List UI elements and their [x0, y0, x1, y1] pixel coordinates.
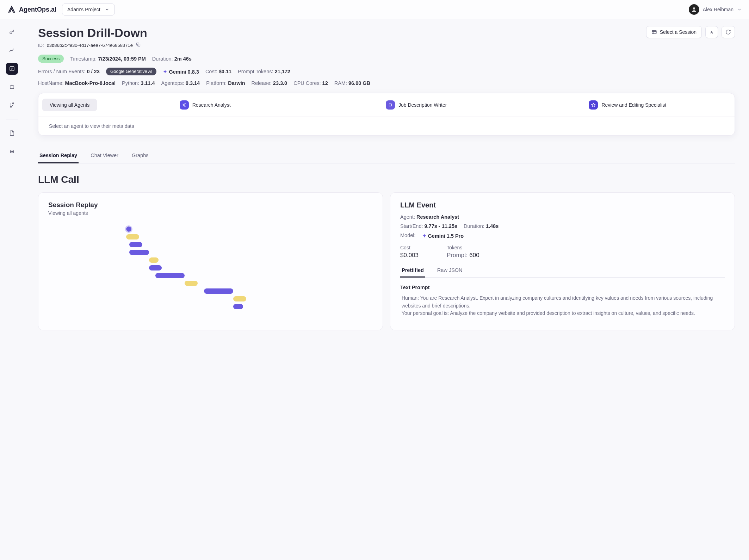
prompt-heading: Text Prompt — [400, 285, 725, 290]
agentops-value: 0.3.14 — [186, 80, 200, 86]
sidebar-key-icon[interactable] — [6, 26, 18, 38]
svg-rect-3 — [10, 86, 14, 88]
user-name: Alex Reibman — [703, 7, 733, 12]
agent-tab-writer[interactable]: Job Description Writer — [313, 97, 520, 113]
gantt-bar[interactable] — [126, 234, 139, 239]
errors-value: 0 / 23 — [87, 69, 100, 74]
copy-icon[interactable] — [136, 42, 141, 48]
sidebar — [0, 19, 24, 344]
sparkle-icon: ✦ — [422, 233, 427, 239]
agent-icon — [386, 100, 395, 110]
main-content: Session Drill-Down ID: d3b86b2c-f930-4d1… — [24, 19, 749, 344]
collapse-button[interactable] — [705, 26, 718, 38]
release-label: Release: — [252, 80, 272, 86]
tab-graphs[interactable]: Graphs — [130, 150, 150, 163]
gantt-bar[interactable] — [129, 250, 149, 255]
errors-label: Errors / Num Events: — [38, 69, 86, 74]
brand-text: AgentOps.ai — [19, 6, 56, 13]
svg-rect-2 — [10, 67, 14, 71]
agent-hint: Select an agent to view their meta data — [38, 117, 735, 135]
python-label: Python: — [122, 80, 139, 86]
agent-icon — [180, 100, 189, 110]
event-model: Gemini 1.5 Pro — [428, 233, 464, 239]
gantt-bar[interactable] — [155, 273, 185, 278]
python-value: 3.11.4 — [141, 80, 155, 86]
brand-logo[interactable]: AgentOps.ai — [7, 5, 56, 14]
project-selector-label: Adam's Project — [67, 7, 100, 12]
agent-icon — [589, 100, 598, 110]
event-tab-prettified[interactable]: Prettified — [400, 265, 425, 278]
prompt-line-1: Human: You are Research Analyst. Expert … — [402, 295, 713, 309]
tab-chat-viewer[interactable]: Chat Viewer — [89, 150, 120, 163]
chevron-down-icon — [737, 7, 742, 12]
select-session-label: Select a Session — [660, 29, 697, 35]
table-icon — [651, 29, 657, 35]
agent-tab-label: Review and Editing Specialist — [601, 102, 666, 108]
gantt-bar[interactable] — [233, 304, 243, 309]
status-badge: Success — [38, 55, 64, 63]
sidebar-branch-icon[interactable] — [6, 99, 18, 111]
sidebar-sessions-icon[interactable] — [6, 63, 18, 75]
select-session-button[interactable]: Select a Session — [646, 26, 702, 38]
sidebar-discord-icon[interactable] — [6, 145, 18, 157]
agent-tab-all[interactable]: Viewing all Agents — [42, 99, 97, 111]
cost-value: $0.11 — [219, 69, 231, 74]
event-prompt-tokens: 600 — [469, 252, 479, 259]
gantt-bar[interactable] — [126, 226, 131, 232]
content-tabs: Session Replay Chat Viewer Graphs — [38, 150, 735, 163]
brand-icon — [7, 5, 16, 14]
platform-value: Darwin — [228, 80, 245, 86]
svg-point-4 — [11, 106, 12, 107]
sidebar-docs-icon[interactable] — [6, 127, 18, 139]
sidebar-agents-icon[interactable] — [6, 81, 18, 93]
gantt-bar[interactable] — [233, 296, 246, 301]
sidebar-chart-icon[interactable] — [6, 44, 18, 56]
duration-label: Duration: — [152, 56, 173, 62]
user-menu[interactable]: Alex Reibman — [689, 4, 742, 15]
sparkle-icon: ✦ — [163, 69, 167, 75]
prompt-body: Human: You are Research Analyst. Expert … — [400, 294, 725, 317]
project-selector[interactable]: Adam's Project — [62, 4, 115, 15]
svg-point-7 — [13, 151, 13, 152]
agent-tab-label: Research Analyst — [192, 102, 231, 108]
tab-session-replay[interactable]: Session Replay — [38, 150, 79, 163]
event-startend-label: Start/End: — [400, 223, 423, 229]
gantt-bar[interactable] — [204, 288, 233, 294]
gantt-bar[interactable] — [129, 242, 142, 247]
ram-label: RAM: — [334, 80, 347, 86]
gantt-bar[interactable] — [149, 257, 159, 263]
cpu-label: CPU Cores: — [293, 80, 321, 86]
event-cost: $0.003 — [400, 252, 419, 259]
prompt-tokens-value: 21,172 — [275, 69, 290, 74]
gantt-chart[interactable] — [48, 223, 373, 322]
event-startend: 9.77s - 11.25s — [425, 223, 458, 229]
model-badge: Gemini 0.8.3 — [169, 69, 199, 75]
event-title: LLM Event — [400, 201, 725, 209]
replay-sub: Viewing all agents — [48, 210, 373, 216]
event-prompt-tokens-label: Prompt: — [447, 252, 468, 259]
ram-value: 96.00 GB — [348, 80, 370, 86]
platform-label: Platform: — [206, 80, 227, 86]
agent-panel: Viewing all Agents Research Analyst Job … — [38, 93, 735, 136]
timestamp-label: Timestamp: — [70, 56, 97, 62]
event-tokens-label: Tokens — [447, 245, 479, 250]
event-agent: Research Analyst — [416, 214, 459, 220]
sidebar-divider — [6, 119, 18, 119]
provider-pill: Google Generative AI — [106, 68, 157, 75]
event-tab-raw[interactable]: Raw JSON — [436, 265, 464, 277]
prompt-tokens-label: Prompt Tokens: — [238, 69, 273, 74]
duration-value: 2m 46s — [174, 56, 192, 62]
agent-tab-research[interactable]: Research Analyst — [101, 97, 309, 113]
chevron-down-icon — [105, 7, 110, 12]
refresh-button[interactable] — [722, 26, 735, 38]
session-id-label: ID: — [38, 43, 44, 48]
refresh-icon — [725, 29, 731, 35]
agent-tab-review[interactable]: Review and Editing Specialist — [524, 97, 731, 113]
svg-rect-12 — [389, 104, 391, 106]
gantt-bar[interactable] — [149, 265, 162, 270]
session-id-value: d3b86b2c-f930-4d17-aee7-674e6858371e — [47, 43, 133, 48]
event-agent-label: Agent: — [400, 214, 415, 220]
page-title: Session Drill-Down — [38, 26, 147, 40]
hostname-label: HostName: — [38, 80, 64, 86]
gantt-bar[interactable] — [185, 281, 198, 286]
